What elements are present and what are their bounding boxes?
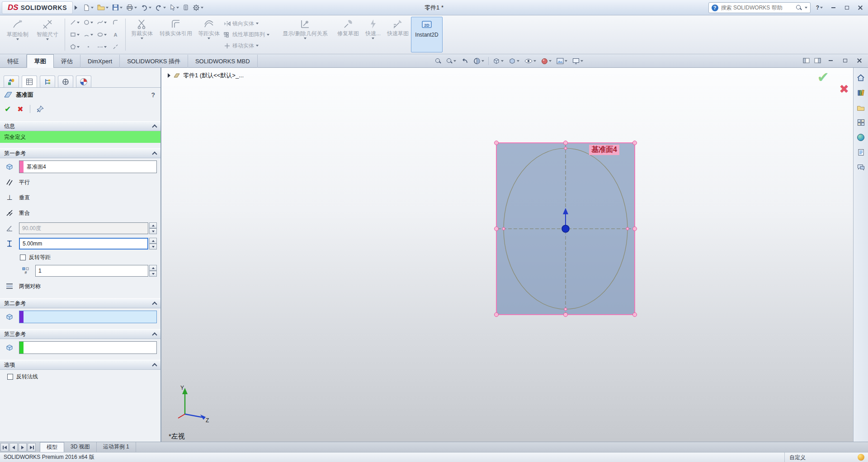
first-tab-button[interactable] (0, 443, 9, 452)
sketch-dropdown-icon[interactable] (16, 38, 19, 40)
tree-expand-icon[interactable] (168, 73, 170, 78)
angle-spinner[interactable] (149, 222, 157, 234)
relations-dropdown-icon[interactable] (304, 38, 307, 39)
window-close-button[interactable] (855, 3, 865, 12)
previous-tab-button[interactable] (9, 443, 18, 452)
undo-dropdown-icon[interactable] (149, 7, 151, 9)
undo-button[interactable] (139, 2, 153, 14)
repair-sketch-button[interactable]: 修复草图 (335, 17, 361, 52)
feature-tree-flyout[interactable]: 零件1 (默认<<默认>_... (168, 71, 244, 80)
help-search-box[interactable]: ? (708, 2, 811, 13)
home-resources-button[interactable] (855, 72, 866, 83)
save-button[interactable] (110, 2, 124, 14)
arc-tool[interactable] (82, 29, 95, 41)
circle-dropdown-icon[interactable] (90, 22, 93, 24)
instance-count-input[interactable] (35, 265, 148, 277)
doc-restore-button[interactable] (840, 56, 850, 65)
section-view-button[interactable] (472, 56, 485, 66)
hide-show-dropdown-icon[interactable] (533, 60, 536, 62)
displaymanager-tab[interactable] (76, 75, 91, 87)
flip-offset-checkbox[interactable] (20, 255, 26, 260)
tab-addins[interactable]: SOLIDWORKS 插件 (120, 55, 188, 68)
doc-close-button[interactable] (854, 56, 864, 65)
arc-dropdown-icon[interactable] (90, 34, 93, 36)
confirm-ok-button[interactable]: ✔ (817, 69, 829, 86)
view-orientation-dropdown-icon[interactable] (501, 60, 504, 62)
redo-button[interactable] (153, 2, 168, 14)
trim-entities-button[interactable]: 剪裁实体 (128, 17, 156, 52)
apply-scene-dropdown-icon[interactable] (565, 60, 567, 62)
tab-sketch[interactable]: 草图 (27, 54, 54, 68)
first-reference-collapse-icon[interactable] (152, 151, 157, 156)
print-dropdown-icon[interactable] (134, 7, 137, 9)
confirm-cancel-button[interactable]: ✖ (839, 82, 849, 96)
view-palette-button[interactable] (855, 117, 866, 128)
offset-distance-input[interactable] (19, 238, 148, 250)
linear-pattern-dropdown-icon[interactable] (267, 34, 269, 36)
rectangle-tool[interactable] (68, 29, 81, 41)
help-dropdown-icon[interactable] (820, 7, 823, 9)
spline-dropdown-icon[interactable] (104, 22, 107, 24)
instant2d-button[interactable]: 2D Instant2D (411, 17, 443, 52)
construction-tool[interactable] (109, 41, 122, 53)
zoom-area-dropdown-icon[interactable] (453, 60, 456, 62)
second-reference-selectbox[interactable] (19, 311, 157, 323)
help-button[interactable]: ? (814, 2, 825, 14)
second-reference-section-header[interactable]: 第二参考 (0, 298, 160, 308)
second-reference-collapse-icon[interactable] (152, 302, 157, 306)
flip-offset-row[interactable]: 反转等距 (0, 252, 160, 262)
third-reference-selectbox[interactable] (19, 341, 157, 354)
coincident-option-row[interactable]: 重合 (0, 206, 160, 220)
open-document-button[interactable] (95, 2, 110, 14)
options-collapse-icon[interactable] (152, 363, 157, 368)
tab-evaluate[interactable]: 评估 (54, 55, 80, 68)
tab-mbd[interactable]: SOLIDWORKS MBD (188, 55, 258, 68)
file-explorer-button[interactable] (855, 102, 866, 113)
design-library-button[interactable] (855, 87, 866, 98)
polygon-dropdown-icon[interactable] (77, 46, 80, 48)
window-minimize-button[interactable] (828, 3, 838, 12)
quick-snaps-button[interactable]: 快速... (361, 17, 385, 52)
third-reference-collapse-icon[interactable] (152, 332, 157, 337)
hide-show-items-button[interactable] (524, 56, 537, 66)
pane-split-left-icon[interactable] (803, 58, 810, 63)
pin-button[interactable] (37, 105, 44, 113)
display-style-dropdown-icon[interactable] (517, 60, 519, 62)
search-icon[interactable] (796, 5, 802, 11)
cancel-button[interactable]: ✖ (17, 105, 23, 113)
search-input[interactable] (721, 5, 793, 11)
mid-plane-option-row[interactable]: 两侧对称 (0, 279, 160, 293)
new-dropdown-icon[interactable] (91, 7, 94, 9)
quick-snaps-dropdown-icon[interactable] (372, 38, 374, 39)
instance-count-spinner[interactable] (149, 265, 157, 277)
plane-annotation-label[interactable]: 基准面4 (589, 145, 619, 155)
featuremanager-tab[interactable] (4, 75, 19, 87)
graphics-viewport[interactable]: 零件1 (默认<<默认>_... ✔ ✖ 基准面4 (161, 68, 868, 442)
next-tab-button[interactable] (19, 443, 27, 452)
angle-input[interactable] (19, 222, 148, 234)
new-document-button[interactable] (81, 2, 95, 14)
customize-status-button[interactable]: 自定义 (784, 453, 810, 462)
status-globe-icon[interactable] (858, 454, 864, 461)
mirror-entities-button[interactable]: 镜向实体 (224, 19, 274, 28)
spline-tool[interactable] (95, 17, 108, 28)
offset-entities-button[interactable]: 等距实体 (196, 17, 222, 52)
select-button[interactable] (168, 2, 181, 14)
configurationmanager-tab[interactable] (40, 75, 55, 87)
third-reference-section-header[interactable]: 第三参考 (0, 329, 160, 339)
pane-split-right-icon[interactable] (814, 58, 821, 63)
print-button[interactable] (124, 2, 139, 14)
trim-dropdown-icon[interactable] (141, 38, 143, 39)
flip-normal-row[interactable]: 反转法线 (0, 372, 160, 382)
line-tool[interactable] (68, 17, 81, 28)
text-tool[interactable]: A (109, 29, 122, 41)
model-tab[interactable]: 模型 (40, 442, 64, 452)
linear-sketch-pattern-button[interactable]: 线性草图阵列 (224, 30, 274, 40)
options-section-header[interactable]: 选项 (0, 360, 160, 370)
dimxpertmanager-tab[interactable] (58, 75, 73, 87)
ok-button[interactable]: ✔ (5, 104, 11, 114)
section-view-dropdown-icon[interactable] (481, 60, 484, 62)
sketch-fillet-tool[interactable] (109, 17, 122, 28)
custom-properties-button[interactable] (855, 147, 866, 158)
mirror-dropdown-icon[interactable] (256, 23, 259, 24)
